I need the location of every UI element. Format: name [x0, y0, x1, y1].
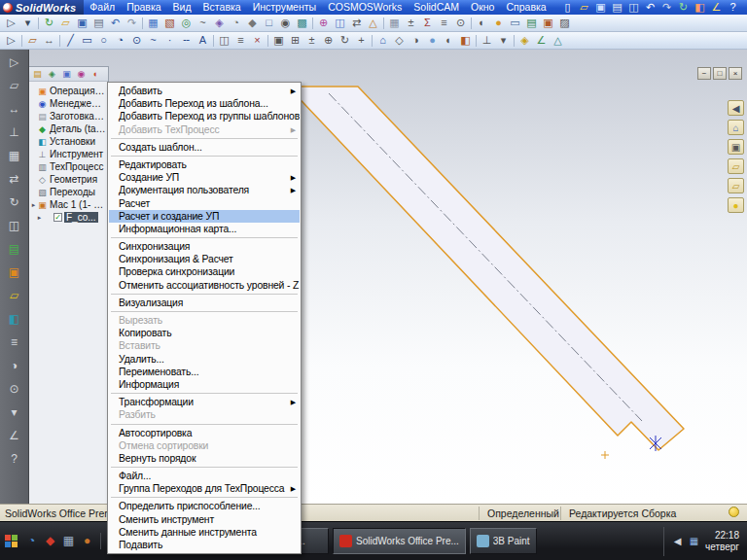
arc-tool-icon[interactable]: ◔: [112, 33, 128, 48]
context-menu-item[interactable]: Файл...: [109, 470, 300, 482]
folder-nav-icon[interactable]: ▱: [728, 158, 744, 174]
context-menu-item[interactable]: Создание УП ▶: [109, 171, 300, 184]
extrude-cut-icon[interactable]: ▧: [161, 16, 178, 30]
exploded-view-icon[interactable]: △: [365, 16, 381, 30]
design-table-icon[interactable]: ▤: [523, 16, 540, 30]
tree-item[interactable]: ▣ Операция(ГОРИЗ: [30, 85, 108, 97]
rotate-rail-icon[interactable]: ↻: [6, 194, 23, 210]
propertymanager-tab-icon[interactable]: ◈: [46, 68, 58, 81]
desktop-quicklaunch-icon[interactable]: ▦: [60, 533, 77, 549]
display-rail-icon[interactable]: ◑: [6, 358, 23, 373]
move-component-icon[interactable]: ⇄: [348, 16, 365, 30]
mirror-tool-icon[interactable]: ◫: [216, 33, 232, 48]
point-tool-icon[interactable]: ·: [161, 33, 178, 48]
rebuild-toolbar-icon[interactable]: ↻: [41, 16, 57, 30]
context-menu-item[interactable]: Сменить данные инструмента: [109, 526, 300, 539]
features-tab-icon[interactable]: ▨: [556, 16, 573, 30]
lightbulb-icon[interactable]: ●: [728, 197, 744, 213]
print-icon[interactable]: ▤: [609, 0, 625, 15]
hole-wizard-icon[interactable]: ◉: [277, 16, 294, 30]
context-menu-item[interactable]: Трансформации ▶: [109, 396, 300, 408]
context-menu-item[interactable]: Добавить Переход из шаблона...: [109, 97, 300, 110]
spline-tool-icon[interactable]: ~: [145, 33, 161, 48]
context-menu-item[interactable]: Группа Переходов для ТехПроцесса ▶: [109, 482, 300, 495]
tree-item[interactable]: ▧ Переходы: [30, 186, 108, 198]
pan-view-icon[interactable]: +: [353, 33, 370, 48]
zoom-in-out-icon[interactable]: ±: [303, 33, 320, 48]
dropdown-arrow-icon[interactable]: ▾: [19, 16, 36, 30]
menubar-item[interactable]: COSMOSWorks: [322, 0, 408, 15]
revolve-icon[interactable]: ◎: [178, 16, 195, 30]
measure-rail-icon[interactable]: ∠: [6, 428, 23, 443]
ie-quicklaunch-icon[interactable]: ◔: [23, 533, 40, 549]
solidworks-quicklaunch-icon[interactable]: ◆: [42, 533, 58, 549]
zoom-fit-nav-icon[interactable]: ▣: [728, 139, 744, 155]
shaded-icon[interactable]: ●: [424, 33, 441, 48]
tree-item[interactable]: ◇ Геометрия: [30, 173, 108, 186]
tree-expander-icon[interactable]: ▸: [30, 201, 37, 209]
context-menu-item[interactable]: Удалить...: [109, 353, 300, 366]
equations-icon[interactable]: Σ: [419, 16, 436, 30]
home-view-icon[interactable]: ⌂: [728, 120, 744, 135]
extrude-boss-icon[interactable]: ▦: [145, 16, 161, 30]
standard-views-icon[interactable]: ⌂: [374, 33, 391, 48]
undo-icon[interactable]: ↶: [642, 0, 658, 15]
context-menu-item[interactable]: Информационная карта...: [109, 223, 300, 235]
appearance-icon[interactable]: ●: [490, 16, 507, 30]
context-menu-item[interactable]: Подавить: [109, 539, 300, 551]
open-folder-icon[interactable]: ▱: [576, 0, 592, 15]
help-icon[interactable]: ?: [725, 0, 741, 15]
grid-toggle-icon[interactable]: ▦: [386, 16, 403, 30]
edit-color-icon[interactable]: ◧: [692, 0, 708, 15]
tree-item[interactable]: ⊥ Инструмент: [30, 148, 108, 160]
folder-rail-icon[interactable]: ▱: [6, 288, 23, 303]
drawing-icon[interactable]: ▭: [507, 16, 523, 30]
context-menu-item[interactable]: Синхронизация & Расчет: [109, 253, 300, 265]
units-icon[interactable]: ±: [403, 16, 419, 30]
smart-dimension-icon[interactable]: ↔: [41, 33, 57, 48]
zoom-selection-icon[interactable]: ⊕: [320, 33, 337, 48]
tree-expander-icon[interactable]: ▸: [36, 214, 43, 222]
menubar-item[interactable]: Правка: [121, 0, 166, 15]
offset-tool-icon[interactable]: ≡: [232, 33, 249, 48]
sweep-icon[interactable]: ~: [195, 16, 211, 30]
text-tool-icon[interactable]: A: [195, 33, 211, 48]
screen-capture-icon[interactable]: ◐: [474, 16, 490, 30]
sketch-tool-icon[interactable]: ▱: [24, 33, 41, 48]
tree-item[interactable]: ◆ Деталь (targ...: [30, 122, 108, 135]
options-rail-icon[interactable]: ⊙: [6, 381, 23, 397]
toolbox-rail-icon[interactable]: ▣: [6, 264, 23, 280]
tree-item[interactable]: ◉ Менеджер Н...: [30, 97, 108, 110]
rectangle-tool-icon[interactable]: ▭: [79, 33, 95, 48]
status-help-icon[interactable]: [729, 507, 739, 517]
volume-tray-icon[interactable]: ◀: [670, 534, 685, 548]
print-toolbar-icon[interactable]: ▤: [90, 16, 107, 30]
insert-component-icon[interactable]: ◫: [332, 16, 348, 30]
save-icon[interactable]: ▣: [592, 0, 609, 15]
wireframe-icon[interactable]: ◇: [391, 33, 408, 48]
copy-rail-icon[interactable]: ◫: [6, 218, 23, 233]
context-menu-item[interactable]: Вернуть порядок: [109, 452, 300, 465]
redo-toolbar-icon[interactable]: ↷: [124, 16, 140, 30]
context-menu-item[interactable]: Редактировать: [109, 158, 300, 171]
redo-icon[interactable]: ↷: [658, 0, 675, 15]
rotate-view-icon[interactable]: ↻: [337, 33, 353, 48]
context-menu-item[interactable]: Добавить Переход из группы шаблонов...: [109, 110, 300, 122]
context-menu-item[interactable]: Создать шаблон...: [109, 141, 300, 154]
close-button[interactable]: ×: [729, 67, 742, 80]
new-document-icon[interactable]: ▯: [559, 0, 576, 15]
context-menu-item[interactable]: Расчет и создание УП: [109, 210, 300, 223]
context-menu-item[interactable]: Сменить инструмент: [109, 513, 300, 526]
measure-icon[interactable]: ∠: [708, 0, 725, 15]
context-menu-item[interactable]: Отменить ассоциативность уровней - Z: [109, 279, 300, 292]
filter-rail-icon[interactable]: ▾: [6, 404, 23, 420]
machining-rail-icon[interactable]: ◧: [6, 311, 23, 327]
context-menu-item[interactable]: Синхронизация: [109, 240, 300, 253]
loft-icon[interactable]: ◈: [211, 16, 228, 30]
context-menu-item[interactable]: Добавить ТехПроцесс ▶: [109, 123, 300, 136]
context-menu-item[interactable]: Документация пользователя ▶: [109, 184, 300, 196]
undo-toolbar-icon[interactable]: ↶: [107, 16, 124, 30]
move-rail-icon[interactable]: ⇄: [6, 171, 23, 187]
menubar-item[interactable]: Файл: [84, 0, 121, 15]
realview-icon[interactable]: ◈: [516, 33, 533, 48]
